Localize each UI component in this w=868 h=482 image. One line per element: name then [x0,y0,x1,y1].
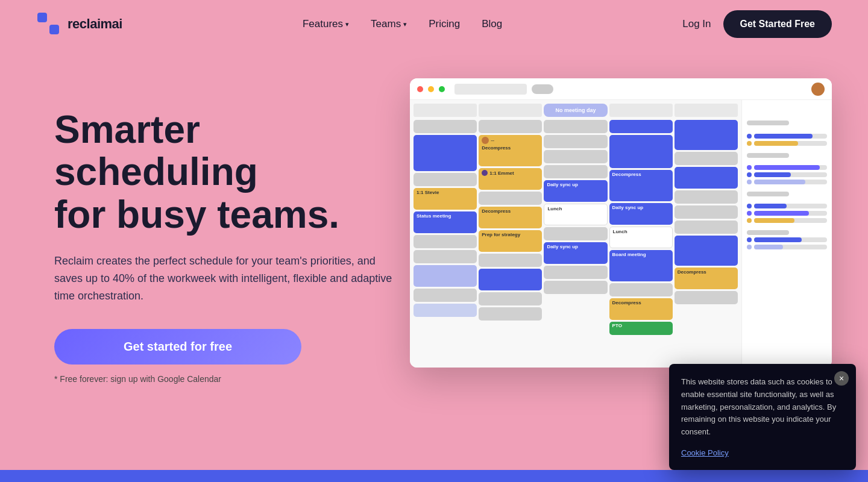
svg-rect-0 [37,13,47,22]
hero-note: * Free forever: sign up with Google Cale… [54,374,404,384]
hero-title: Smarter scheduling for busy teams. [54,108,404,236]
calendar-body: 1:1 Stevie Status meeting ··· [410,100,832,368]
hero-subtitle: Reclaim creates the perfect schedule for… [54,252,404,304]
login-button[interactable]: Log In [682,18,711,30]
address-bar [454,84,527,95]
nav-blog[interactable]: Blog [482,18,502,30]
window-maximize-dot [439,86,445,92]
window-chrome [410,78,832,100]
hero-cta-button[interactable]: Get started for free [54,329,301,365]
logo-text: reclaimai [68,16,122,32]
chevron-down-icon: ▾ [345,20,349,28]
cookie-policy-link[interactable]: Cookie Policy [681,448,729,457]
navbar: reclaimai Features ▾ Teams ▾ Pricing Blo… [0,0,868,48]
cookie-text: This website stores data such as cookies… [681,376,844,439]
view-toggle [532,84,553,94]
nav-actions: Log In Get Started Free [682,10,832,38]
app-screenshot: 1:1 Stevie Status meeting ··· [410,78,832,368]
svg-rect-1 [49,13,59,22]
nav-features[interactable]: Features ▾ [303,18,349,30]
window-minimize-dot [428,86,434,92]
cookie-close-button[interactable]: × [834,371,849,386]
side-panel [741,100,832,368]
user-avatar [811,83,825,96]
window-close-dot [417,86,423,92]
hero-section: Smarter scheduling for busy teams. Recla… [0,48,868,384]
cookie-banner: × This website stores data such as cooki… [669,364,856,470]
calendar-grid: 1:1 Stevie Status meeting ··· [410,100,741,368]
logo[interactable]: reclaimai [36,11,122,37]
chevron-down-icon: ▾ [403,20,407,28]
nav-links: Features ▾ Teams ▾ Pricing Blog [303,18,502,30]
svg-rect-3 [49,25,59,34]
bottom-accent-bar [0,470,868,482]
get-started-free-button[interactable]: Get Started Free [723,10,832,38]
nav-pricing[interactable]: Pricing [429,18,460,30]
hero-left: Smarter scheduling for busy teams. Recla… [54,84,404,384]
nav-teams[interactable]: Teams ▾ [371,18,407,30]
svg-rect-2 [37,25,47,34]
